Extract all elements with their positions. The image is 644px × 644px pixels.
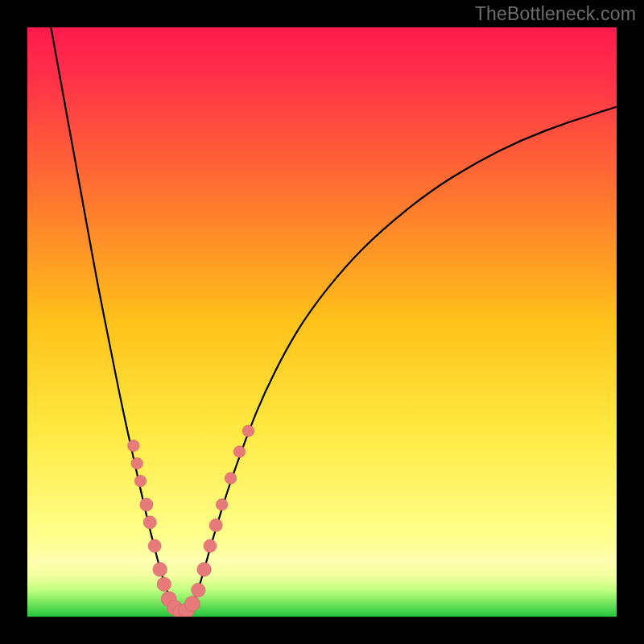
data-dot — [225, 473, 237, 485]
data-dot — [140, 498, 153, 511]
data-dot — [143, 516, 156, 529]
data-dot — [128, 440, 140, 452]
data-dot — [204, 539, 217, 552]
data-dot — [216, 499, 228, 511]
data-dot — [148, 539, 161, 552]
data-dot — [131, 457, 143, 469]
data-dot — [209, 518, 222, 531]
data-dot — [242, 425, 254, 437]
data-dot — [157, 577, 171, 592]
chart-svg — [27, 27, 617, 617]
chart-frame: TheBottleneck.com — [0, 0, 644, 644]
data-dot — [233, 446, 246, 458]
data-dot — [153, 563, 167, 577]
gradient-bg — [27, 27, 617, 617]
watermark-text: TheBottleneck.com — [475, 3, 636, 25]
data-dot — [134, 475, 147, 487]
data-dot — [185, 596, 200, 611]
plot-area — [27, 27, 617, 617]
data-dot — [197, 563, 212, 577]
data-dot — [192, 583, 206, 597]
